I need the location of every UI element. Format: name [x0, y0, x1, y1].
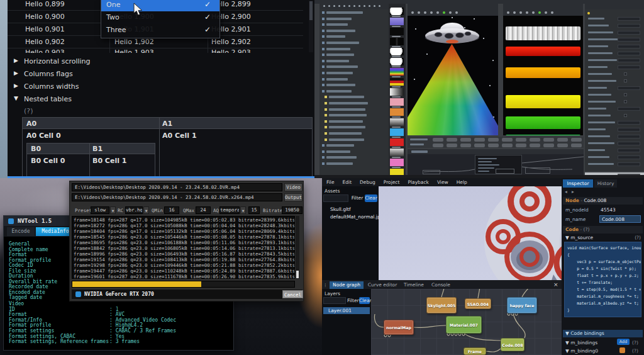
code-bindings-header[interactable]: ▼ Code bindings: [563, 330, 643, 337]
log-scrollbar[interactable]: [296, 216, 299, 279]
close-icon[interactable]: ×: [553, 281, 558, 288]
property-checkbox[interactable]: [624, 100, 627, 103]
property-value-box[interactable]: [618, 24, 640, 28]
tab-history[interactable]: History: [594, 179, 617, 188]
tree-node[interactable]: ▶ Columns flags: [8, 68, 309, 81]
track-button[interactable]: [433, 144, 443, 147]
ufo-viewport[interactable]: [408, 9, 498, 135]
thumbnail-swatch[interactable]: [390, 8, 404, 15]
toolbar-icon[interactable]: [545, 11, 547, 14]
tree-node[interactable]: ▶ Horizontal scrolling: [8, 55, 309, 68]
thumbnail-swatch[interactable]: [390, 88, 404, 96]
property-checkbox[interactable]: [624, 72, 627, 76]
name-input[interactable]: Code.008: [599, 215, 641, 223]
assets-filter-button[interactable]: Filter: [351, 194, 364, 202]
toolbar-icon[interactable]: [455, 11, 458, 14]
toolbar-icon[interactable]: [411, 11, 414, 14]
toolbar-icon[interactable]: [424, 11, 426, 14]
thumbnail-swatch[interactable]: [390, 38, 404, 45]
thumbnail-swatch[interactable]: [390, 159, 404, 166]
toolbar-icon[interactable]: [532, 11, 535, 14]
thumbnail-swatch[interactable]: [390, 149, 404, 156]
property-checkbox[interactable]: [624, 79, 627, 82]
menu-item[interactable]: Help: [457, 179, 467, 186]
property-checkbox[interactable]: [624, 114, 627, 117]
track-button[interactable]: [516, 138, 526, 142]
track-button[interactable]: [474, 144, 485, 147]
track-button[interactable]: [557, 138, 568, 142]
model-viewport[interactable]: [379, 186, 562, 280]
graph-node-ssao-004[interactable]: SSAO.004: [465, 298, 491, 309]
property-value-box[interactable]: [618, 17, 640, 21]
property-value-box[interactable]: [618, 155, 640, 159]
source-expander[interactable]: ▼ m_source: [565, 235, 593, 240]
thumbnail-swatch[interactable]: [390, 118, 404, 126]
toolbar-icon[interactable]: [551, 11, 553, 14]
track-button[interactable]: [571, 144, 582, 147]
menu-item[interactable]: File: [326, 179, 335, 186]
video-button[interactable]: Video: [284, 183, 303, 191]
tree-node[interactable]: ▶ Columns widths: [8, 81, 309, 93]
outliner-tree[interactable]: [319, 10, 389, 175]
thumbnail-swatch[interactable]: [390, 28, 404, 35]
assets-clear-button[interactable]: Clear: [365, 194, 377, 202]
track-button[interactable]: [530, 138, 540, 142]
property-value-box[interactable]: [618, 52, 640, 55]
property-checkbox[interactable]: [624, 93, 627, 96]
help-marker[interactable]: (?): [24, 107, 33, 115]
menu-item[interactable]: Playback: [408, 179, 428, 186]
qmin-field[interactable]: 16: [164, 206, 179, 214]
property-value-box[interactable]: [618, 142, 640, 145]
property-value-box[interactable]: [618, 65, 640, 69]
input-path-field[interactable]: E:\Videos\Desktop\Desktop 2020.09.14 - 2…: [72, 183, 282, 191]
panel-grip-icon[interactable]: ⁞: [325, 283, 326, 288]
thumbnail-swatch[interactable]: [390, 138, 404, 146]
thumbnail-swatch[interactable]: [390, 68, 404, 76]
track-button[interactable]: [516, 144, 526, 147]
code-section-header[interactable]: Code - (?): [563, 226, 643, 234]
property-value-box[interactable]: [618, 38, 640, 42]
aq-strength-field[interactable]: 15: [248, 206, 260, 214]
layers-filter-input[interactable]: [323, 297, 346, 304]
binding0-expander[interactable]: ▼ m_binding0: [565, 348, 598, 354]
graph-node-frame[interactable]: Frame: [464, 347, 486, 355]
property-value-box[interactable]: [618, 135, 640, 138]
nav-back-icon[interactable]: ◂: [565, 189, 567, 194]
toolbar-icon[interactable]: [538, 11, 541, 14]
popup-menu-item[interactable]: Two ✓: [101, 11, 219, 24]
thumbnail-swatch[interactable]: [390, 98, 404, 106]
output-path-field[interactable]: E:\Videos\Desktop\Desktop 2020.09.14 - 2…: [72, 193, 282, 201]
tab-node-graph[interactable]: Node graph: [330, 281, 364, 289]
thumbnail-swatch[interactable]: [390, 48, 404, 55]
property-value-box[interactable]: [618, 128, 640, 132]
shader-node-small[interactable]: [525, 167, 550, 174]
bitrate-field[interactable]: 19850: [282, 206, 303, 214]
add-binding-button[interactable]: Add: [617, 339, 630, 345]
node-section-header[interactable]: Node - Code.008: [563, 197, 643, 205]
toolbar-icon[interactable]: [418, 11, 420, 14]
property-value-box[interactable]: [618, 45, 640, 48]
property-value-box[interactable]: [618, 162, 640, 166]
bindings-expander[interactable]: ▼ m_bindings: [565, 340, 597, 346]
thumbnail-swatch[interactable]: [390, 18, 404, 25]
layer-list-item[interactable]: Layer.001: [323, 307, 370, 314]
track-button[interactable]: [502, 144, 513, 147]
menu-item[interactable]: Project: [384, 179, 400, 186]
bars-viewport[interactable]: [503, 9, 583, 135]
track-button[interactable]: [571, 138, 582, 142]
toolbar-icon[interactable]: [507, 11, 509, 14]
menu-item[interactable]: Debug: [360, 179, 375, 186]
thumbnail-swatch[interactable]: [390, 78, 404, 86]
menu-item[interactable]: View: [437, 179, 448, 186]
track-button[interactable]: [488, 138, 499, 142]
material-section-header[interactable]: [408, 149, 584, 154]
property-value-box[interactable]: [618, 31, 640, 35]
toolbar-icon[interactable]: [513, 11, 516, 14]
track-button[interactable]: [460, 144, 471, 147]
thumbnail-list[interactable]: [389, 5, 406, 178]
shader-node-small[interactable]: [496, 169, 514, 174]
tab-console[interactable]: Console: [429, 281, 453, 289]
toolbar-icon[interactable]: [526, 11, 528, 14]
toolbar-icon[interactable]: [436, 11, 439, 14]
aq-select[interactable]: temporal: [219, 206, 240, 214]
